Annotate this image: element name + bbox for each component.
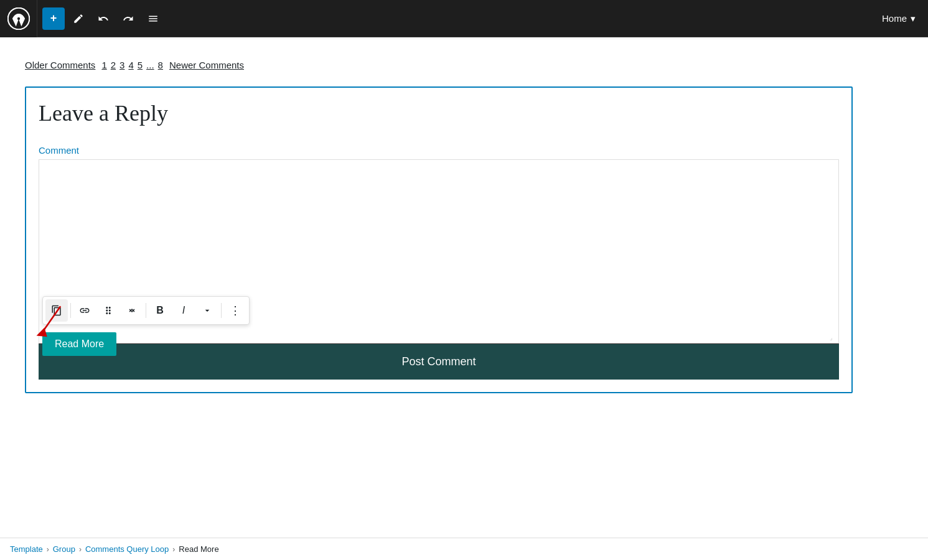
older-comments-link[interactable]: Older Comments	[25, 60, 95, 70]
breadcrumb-read-more: Read More	[179, 544, 218, 554]
page-4[interactable]: 4	[127, 60, 134, 70]
top-toolbar: + Home ▾	[0, 0, 928, 37]
move-up-down-button[interactable]	[121, 299, 143, 322]
format-dropdown-button[interactable]	[196, 299, 218, 322]
more-options-button[interactable]: ⋮	[224, 299, 246, 322]
page-2[interactable]: 2	[110, 60, 117, 70]
arrow-indicator	[31, 304, 68, 343]
nav-label: Home	[882, 13, 907, 24]
page-1[interactable]: 1	[100, 60, 108, 70]
pagination-numbers: 1 2 3 4 5 ... 8	[100, 60, 164, 70]
breadcrumb-sep-2: ›	[79, 545, 82, 554]
svg-point-1	[17, 17, 19, 19]
toolbar-divider-1	[70, 303, 71, 318]
comment-label: Comment	[39, 145, 839, 156]
post-comment-bar[interactable]: Post Comment	[39, 343, 839, 380]
breadcrumb-bar: Template › Group › Comments Query Loop ›…	[0, 538, 928, 560]
toolbar-divider-3	[221, 303, 222, 318]
newer-comments-link[interactable]: Newer Comments	[169, 60, 244, 70]
drag-button[interactable]	[97, 299, 120, 322]
reply-title: Leave a Reply	[39, 100, 839, 126]
link-button[interactable]	[73, 299, 96, 322]
resize-handle[interactable]: ⌟	[830, 334, 837, 342]
nav-menu[interactable]: Home ▾	[882, 13, 916, 24]
pencil-button[interactable]	[67, 7, 90, 30]
breadcrumb-template[interactable]: Template	[10, 544, 43, 554]
bold-button[interactable]: B	[149, 299, 171, 322]
toolbar-divider-2	[146, 303, 146, 318]
post-comment-label: Post Comment	[401, 355, 476, 368]
pagination: Older Comments 1 2 3 4 5 ... 8 Newer Com…	[25, 50, 903, 80]
page-5[interactable]: 5	[136, 60, 144, 70]
breadcrumb-comments-query-loop[interactable]: Comments Query Loop	[85, 544, 169, 554]
reply-section: Leave a Reply Comment ⌟ Post Comment	[25, 86, 853, 393]
redo-button[interactable]	[117, 7, 139, 30]
breadcrumb-sep-1: ›	[47, 545, 49, 554]
breadcrumb-group[interactable]: Group	[53, 544, 75, 554]
nav-dropdown-icon: ▾	[911, 13, 916, 24]
toolbar-actions: +	[37, 7, 169, 30]
italic-button[interactable]: I	[172, 299, 195, 322]
list-button[interactable]	[142, 7, 164, 30]
page-ellipsis: ...	[145, 60, 156, 70]
breadcrumb-sep-3: ›	[172, 545, 175, 554]
main-content: Older Comments 1 2 3 4 5 ... 8 Newer Com…	[0, 37, 928, 406]
block-toolbar: B I ⋮	[42, 296, 250, 325]
page-3[interactable]: 3	[118, 60, 126, 70]
wp-logo[interactable]	[0, 0, 37, 37]
page-8[interactable]: 8	[157, 60, 164, 70]
undo-button[interactable]	[92, 7, 115, 30]
add-block-button[interactable]: +	[42, 7, 65, 30]
